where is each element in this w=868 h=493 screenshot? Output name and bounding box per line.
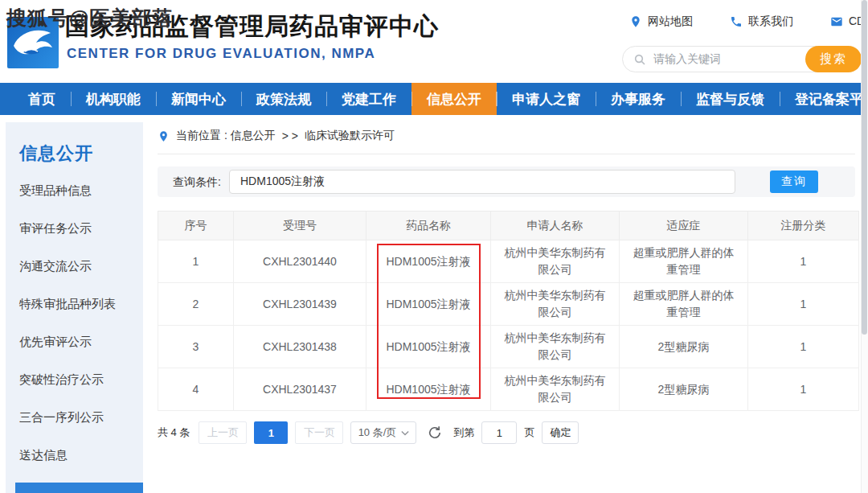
breadcrumb-label: 当前位置 : 信息公开 <box>176 129 276 143</box>
main-nav: 首页机构职能新闻中心政策法规党建工作信息公开申请人之窗办事服务监督与反馈登记备案… <box>0 83 868 115</box>
nav-item-9[interactable]: 登记备案平台 <box>780 83 868 115</box>
prev-page-button[interactable]: 上一页 <box>199 421 247 444</box>
page-number-button[interactable]: 1 <box>254 421 288 444</box>
header-links: 网站地图联系我们CDE邮箱 <box>629 14 868 29</box>
column-header: 适应症 <box>620 212 748 240</box>
sidebar-item-3[interactable]: 特殊审批品种列表 <box>6 286 143 323</box>
confirm-button[interactable]: 确定 <box>542 421 579 444</box>
pagination-total: 共 4 条 <box>158 425 190 440</box>
page-subtitle: CENTER FOR DRUG EVALUATION, NMPA <box>67 46 375 62</box>
goto-page-input[interactable]: 1 <box>481 421 517 444</box>
table-cell: CXHL2301437 <box>234 368 366 411</box>
table-cell: 1 <box>748 326 859 368</box>
nav-item-2[interactable]: 新闻中心 <box>156 83 241 115</box>
table-cell: 2型糖尿病 <box>620 368 748 411</box>
table-cell: 1 <box>748 368 859 411</box>
highlight-red-box <box>377 244 481 399</box>
nav-item-3[interactable]: 政策法规 <box>241 83 326 115</box>
breadcrumb: 当前位置 : 信息公开 > > 临床试验默示许可 <box>158 129 855 154</box>
header-link-1[interactable]: 联系我们 <box>730 14 793 29</box>
search-button[interactable]: 搜索 <box>805 46 862 72</box>
table-row: 3CXHL2301438HDM1005注射液杭州中美华东制药有限公司2型糖尿病1 <box>158 326 859 368</box>
sidebar-item-active-partial[interactable] <box>15 483 143 493</box>
table-row: 1CXHL2301440HDM1005注射液杭州中美华东制药有限公司超重或肥胖人… <box>158 240 859 283</box>
pagination: 共 4 条 上一页 1 下一页 10 条/页 到第 1 页 确定 <box>158 421 579 444</box>
column-header: 序号 <box>158 212 234 240</box>
scrollbar-track[interactable] <box>861 0 868 493</box>
site-search-input[interactable]: 请输入关键词 搜索 <box>622 46 862 72</box>
table-cell: 杭州中美华东制药有限公司 <box>491 326 620 368</box>
sidebar: 信息公开 受理品种信息审评任务公示沟通交流公示特殊审批品种列表优先审评公示突破性… <box>6 122 143 493</box>
table-cell: 杭州中美华东制药有限公司 <box>491 368 620 411</box>
table-cell: 超重或肥胖人群的体重管理 <box>620 240 748 283</box>
column-header: 受理号 <box>234 212 366 240</box>
table-cell: 1 <box>158 240 234 283</box>
query-button[interactable]: 查询 <box>770 170 818 193</box>
search-icon <box>633 53 646 66</box>
refresh-icon[interactable] <box>427 425 443 441</box>
query-label: 查询条件: <box>173 175 221 190</box>
column-header: 注册分类 <box>748 212 859 240</box>
table-body: 1CXHL2301440HDM1005注射液杭州中美华东制药有限公司超重或肥胖人… <box>158 240 859 411</box>
table-cell: 4 <box>158 368 234 411</box>
next-page-button[interactable]: 下一页 <box>295 421 343 444</box>
table-cell: 2 <box>158 283 234 326</box>
page-size-select[interactable]: 10 条/页 <box>350 421 416 444</box>
nav-item-1[interactable]: 机构职能 <box>71 83 156 115</box>
phone-icon <box>730 15 743 28</box>
query-input[interactable]: HDM1005注射液 <box>229 170 735 194</box>
sidebar-item-2[interactable]: 沟通交流公示 <box>6 248 143 286</box>
location-pin-icon <box>158 130 170 142</box>
page-size-value: 10 条/页 <box>358 425 397 440</box>
table-row: 2CXHL2301439HDM1005注射液杭州中美华东制药有限公司超重或肥胖人… <box>158 283 859 326</box>
scrollbar-thumb[interactable] <box>862 0 867 335</box>
sidebar-item-5[interactable]: 突破性治疗公示 <box>6 361 143 399</box>
breadcrumb-separator: > > <box>282 129 298 142</box>
header-link-label: 联系我们 <box>748 14 793 29</box>
table-cell: 超重或肥胖人群的体重管理 <box>620 283 748 326</box>
nav-item-8[interactable]: 监督与反馈 <box>681 83 780 115</box>
sidebar-item-0[interactable]: 受理品种信息 <box>6 172 143 210</box>
sidebar-items: 受理品种信息审评任务公示沟通交流公示特殊审批品种列表优先审评公示突破性治疗公示三… <box>6 172 143 493</box>
table-row: 4CXHL2301437HDM1005注射液杭州中美华东制药有限公司2型糖尿病1 <box>158 368 859 411</box>
table-cell: 1 <box>748 240 859 283</box>
chevron-down-icon <box>401 430 409 436</box>
nav-item-5[interactable]: 信息公开 <box>411 83 497 115</box>
column-header: 申请人名称 <box>491 212 620 240</box>
nav-item-7[interactable]: 办事服务 <box>596 83 681 115</box>
table-cell: CXHL2301439 <box>234 283 366 326</box>
search-placeholder: 请输入关键词 <box>653 52 721 67</box>
table-cell: 杭州中美华东制药有限公司 <box>491 240 620 283</box>
mail-icon <box>830 15 843 28</box>
column-header: 药品名称 <box>366 212 491 240</box>
table-cell: 2型糖尿病 <box>620 326 748 368</box>
goto-label: 到第 <box>453 425 474 440</box>
table-cell: 杭州中美华东制药有限公司 <box>491 283 620 326</box>
header-link-label: 网站地图 <box>648 14 693 29</box>
goto-unit: 页 <box>524 425 534 440</box>
table-cell: 1 <box>748 283 859 326</box>
sidebar-item-7[interactable]: 送达信息 <box>6 437 143 475</box>
location-pin-icon <box>629 15 642 28</box>
results-table: 序号受理号药品名称申请人名称适应症注册分类 1CXHL2301440HDM100… <box>158 211 859 411</box>
sidebar-item-4[interactable]: 优先审评公示 <box>6 323 143 361</box>
nav-item-0[interactable]: 首页 <box>13 83 71 115</box>
nav-item-6[interactable]: 申请人之窗 <box>497 83 596 115</box>
watermark: 搜狐号@医美部落 <box>6 5 173 31</box>
sidebar-item-1[interactable]: 审评任务公示 <box>6 210 143 248</box>
sidebar-title: 信息公开 <box>6 122 143 172</box>
results-table-wrap: 序号受理号药品名称申请人名称适应症注册分类 1CXHL2301440HDM100… <box>158 211 859 411</box>
sidebar-item-6[interactable]: 三合一序列公示 <box>6 399 143 437</box>
table-cell: 3 <box>158 326 234 368</box>
table-cell: CXHL2301440 <box>234 240 366 283</box>
query-bar: 查询条件: HDM1005注射液 查询 <box>158 166 855 197</box>
site-header: 国家药品监督管理局药品审评中心 CENTER FOR DRUG EVALUATI… <box>0 0 868 83</box>
table-header-row: 序号受理号药品名称申请人名称适应症注册分类 <box>158 212 859 240</box>
table-cell: CXHL2301438 <box>234 326 366 368</box>
breadcrumb-current: 临床试验默示许可 <box>305 129 395 143</box>
nav-item-4[interactable]: 党建工作 <box>326 83 411 115</box>
header-link-0[interactable]: 网站地图 <box>629 14 693 29</box>
